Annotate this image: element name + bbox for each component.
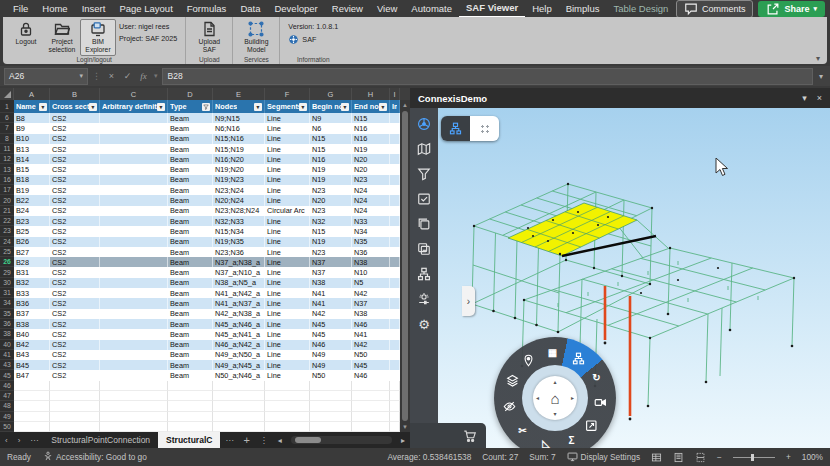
sheet-overflow-icon[interactable]: ⋯ xyxy=(220,436,238,445)
row-number[interactable]: 38 xyxy=(0,329,14,339)
cell[interactable]: Beam xyxy=(168,123,213,133)
cell[interactable]: Line xyxy=(265,134,310,144)
table-column-header-arbitrary-definition[interactable]: Arbitrary definition▾ xyxy=(100,100,168,113)
wheel-hide-elements-icon[interactable] xyxy=(502,399,518,415)
cell[interactable]: N42 xyxy=(352,288,390,298)
cell[interactable]: B42 xyxy=(14,340,50,350)
cell[interactable]: N35 xyxy=(352,237,390,247)
cell[interactable]: N16 xyxy=(352,123,390,133)
table-row[interactable]: 22B23CS2BeamN32;N33LineN32N33 xyxy=(0,216,410,226)
name-box[interactable]: A26 ▾ xyxy=(4,68,88,85)
confirm-entry-button[interactable]: ✓ xyxy=(121,71,134,81)
horizontal-scrollbar[interactable] xyxy=(291,436,392,444)
model-viewport[interactable]: › ⌂ ▴ ▾ ◂ ▸ ▦↻Σ◺✂ xyxy=(438,108,830,448)
cell[interactable]: B32 xyxy=(14,278,50,288)
table-column-header-name[interactable]: Name▾ xyxy=(14,100,50,113)
cell[interactable] xyxy=(390,195,400,205)
table-row[interactable]: 41B43CS2BeamN49_a;N50_aLineN49N50 xyxy=(0,350,410,360)
table-row[interactable]: 23B25CS2BeamN15;N34LineN15N34 xyxy=(0,226,410,236)
cell[interactable]: Line xyxy=(265,247,310,257)
cell[interactable] xyxy=(390,309,400,319)
table-row[interactable]: 43B45CS2BeamN49_a;N45_aLineN49N45 xyxy=(0,360,410,370)
row-number[interactable]: 34 xyxy=(0,298,14,308)
table-row[interactable]: 46 xyxy=(0,381,410,391)
cell[interactable]: N49 xyxy=(310,360,352,370)
cell[interactable] xyxy=(390,391,400,401)
cell[interactable]: Beam xyxy=(168,195,213,205)
logout-button[interactable]: Logout xyxy=(8,19,44,48)
cell[interactable]: N33 xyxy=(352,216,390,226)
cell[interactable]: CS2 xyxy=(50,267,100,277)
table-column-header-begin-nod[interactable]: Begin nod▾ xyxy=(310,100,352,113)
row-number[interactable]: 1 xyxy=(0,100,14,113)
cell[interactable]: Beam xyxy=(168,340,213,350)
cell[interactable]: N6;N16 xyxy=(213,123,265,133)
cell[interactable] xyxy=(100,288,168,298)
cell[interactable] xyxy=(50,401,100,411)
cell[interactable]: N46 xyxy=(310,340,352,350)
column-header-G[interactable]: G xyxy=(310,88,352,100)
zoom-level[interactable]: 100% xyxy=(802,452,823,462)
cell[interactable]: CS2 xyxy=(50,360,100,370)
cell[interactable]: Beam xyxy=(168,267,213,277)
cell[interactable]: B43 xyxy=(14,350,50,360)
cell[interactable]: Line xyxy=(265,144,310,154)
sheet-tab-structural-active[interactable]: StructuralC xyxy=(158,432,220,448)
share-button[interactable]: Share ▾ xyxy=(758,1,825,17)
filter-icon[interactable] xyxy=(416,166,432,182)
cell[interactable]: N41 xyxy=(310,288,352,298)
cell[interactable]: Line xyxy=(265,195,310,205)
cell[interactable]: Beam xyxy=(168,257,213,267)
cell[interactable]: N23 xyxy=(310,206,352,216)
row-number[interactable]: 43 xyxy=(0,360,14,370)
table-column-header-end-nod[interactable]: End nod▾ xyxy=(352,100,390,113)
cell[interactable] xyxy=(390,381,400,391)
cell[interactable]: CS2 xyxy=(50,298,100,308)
cell[interactable] xyxy=(100,226,168,236)
settings-gear-icon[interactable]: ⚙ xyxy=(416,316,432,332)
cell[interactable] xyxy=(390,298,400,308)
row-number[interactable]: 41 xyxy=(0,350,14,360)
table-row[interactable]: 7B9CS2BeamN6;N16LineN6N16 xyxy=(0,123,410,133)
cell[interactable]: CS2 xyxy=(50,113,100,123)
cell[interactable]: B40 xyxy=(14,329,50,339)
cell[interactable]: Circular Arc xyxy=(265,206,310,216)
cell[interactable]: N41 xyxy=(310,298,352,308)
cell[interactable]: N46 xyxy=(352,370,390,380)
cell[interactable] xyxy=(390,226,400,236)
view-page-break-button[interactable] xyxy=(695,452,706,463)
cell[interactable]: Beam xyxy=(168,350,213,360)
project-selection-button[interactable]: Project selection xyxy=(44,19,80,56)
cell[interactable]: Line xyxy=(265,216,310,226)
cell[interactable]: Line xyxy=(265,278,310,288)
sheet-tab-structuralpointconnection[interactable]: StructuralPointConnection xyxy=(43,432,158,448)
cart-icon[interactable] xyxy=(463,429,477,443)
cell[interactable] xyxy=(390,422,400,432)
table-row[interactable]: 16B18CS2BeamN19;N23LineN19N23 xyxy=(0,175,410,185)
cell[interactable]: Beam xyxy=(168,164,213,174)
cell[interactable]: Beam xyxy=(168,370,213,380)
row-number[interactable]: 48 xyxy=(0,401,14,411)
cell[interactable]: B18 xyxy=(14,175,50,185)
cell[interactable]: Beam xyxy=(168,298,213,308)
column-header-C[interactable]: C xyxy=(100,88,168,100)
cell[interactable]: Line xyxy=(265,175,310,185)
brightness-icon[interactable] xyxy=(416,291,432,307)
cell[interactable]: B37 xyxy=(14,309,50,319)
cell[interactable]: N37_a;N38_a xyxy=(213,257,265,267)
cell[interactable]: N23 xyxy=(310,247,352,257)
cell[interactable] xyxy=(168,412,213,422)
wheel-layers-icon[interactable] xyxy=(504,373,520,389)
column-header-B[interactable]: B xyxy=(50,88,100,100)
table-row[interactable]: 30B32CS2BeamN38_a;N5_aLineN38N5 xyxy=(0,278,410,288)
row-number[interactable]: 23 xyxy=(0,226,14,236)
cell[interactable]: N37 xyxy=(310,257,352,267)
row-number[interactable]: 16 xyxy=(0,175,14,185)
table-column-header-segments[interactable]: Segments▾ xyxy=(265,100,310,113)
cell[interactable]: N19 xyxy=(310,237,352,247)
cell[interactable] xyxy=(100,350,168,360)
cell[interactable]: N19 xyxy=(352,144,390,154)
filter-dropdown-icon[interactable]: ▾ xyxy=(39,103,47,111)
table-row[interactable]: 47 xyxy=(0,391,410,401)
cell[interactable]: N9;N15 xyxy=(213,113,265,123)
